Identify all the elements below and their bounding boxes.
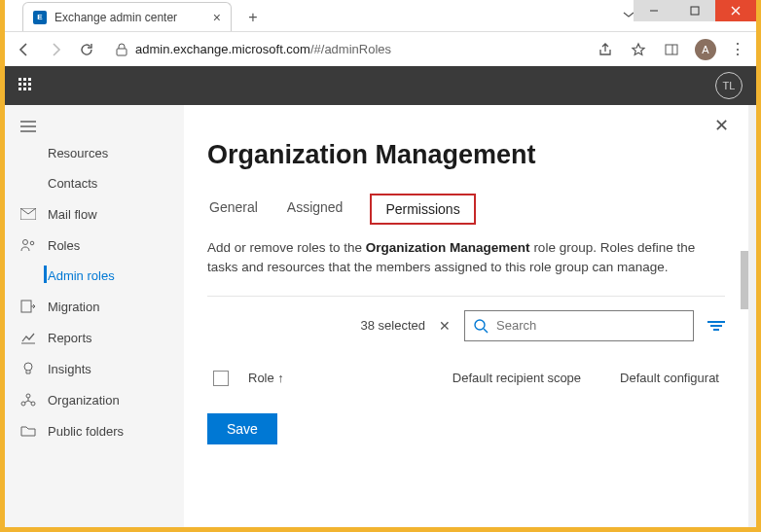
app-header: TL <box>5 66 756 105</box>
share-icon[interactable] <box>596 40 615 59</box>
sidebar-item-reports[interactable]: Reports <box>5 322 184 353</box>
folder-icon <box>20 423 36 439</box>
window-titlebar: E Exchange admin center × + <box>5 0 756 31</box>
minimize-button[interactable] <box>634 0 674 21</box>
migration-icon <box>20 299 36 314</box>
select-all-checkbox[interactable] <box>213 371 229 386</box>
mail-icon <box>20 206 36 222</box>
sidebar-item-roles[interactable]: Roles <box>5 230 184 261</box>
tab-title: Exchange admin center <box>54 11 177 24</box>
sidebar-item-resources[interactable]: Resources <box>5 138 184 168</box>
toolbar: 38 selected ✕ <box>207 310 725 341</box>
tab-assigned[interactable]: Assigned <box>285 194 345 225</box>
sidebar-item-migration[interactable]: Migration <box>5 291 184 322</box>
sidebar-item-contacts[interactable]: Contacts <box>5 168 184 198</box>
close-tab-icon[interactable]: × <box>213 11 221 24</box>
page-title: Organization Management <box>207 140 725 170</box>
svg-line-17 <box>484 329 488 333</box>
address-bar: admin.exchange.microsoft.com/#/adminRole… <box>5 31 756 66</box>
svg-point-9 <box>23 240 28 245</box>
svg-point-12 <box>24 363 32 371</box>
hamburger-icon[interactable] <box>5 115 184 138</box>
bookmark-icon[interactable] <box>629 40 648 59</box>
tab-strip: E Exchange admin center × + <box>5 0 267 31</box>
main-panel: ✕ Organization Management General Assign… <box>184 105 756 527</box>
lock-icon <box>116 43 127 56</box>
tab-general[interactable]: General <box>207 194 260 225</box>
maximize-button[interactable] <box>674 0 715 21</box>
reload-button[interactable] <box>77 40 96 59</box>
reports-icon <box>20 330 36 345</box>
svg-rect-3 <box>666 45 677 54</box>
clear-selection-icon[interactable]: ✕ <box>439 318 451 334</box>
insights-icon <box>20 361 36 376</box>
save-button[interactable]: Save <box>207 413 277 444</box>
svg-point-16 <box>475 320 485 330</box>
url-path: /#/adminRoles <box>310 42 391 56</box>
forward-button[interactable] <box>46 40 65 59</box>
scrollbar[interactable] <box>741 251 748 309</box>
panel-icon[interactable] <box>662 40 681 59</box>
new-tab-button[interactable]: + <box>239 4 267 31</box>
column-recipient-scope[interactable]: Default recipient scope <box>453 371 581 385</box>
user-avatar[interactable]: TL <box>715 72 743 99</box>
roles-icon <box>20 237 36 253</box>
search-box[interactable] <box>464 310 694 341</box>
close-panel-button[interactable]: ✕ <box>714 115 729 136</box>
profile-avatar[interactable]: A <box>695 39 716 60</box>
selection-count: 38 selected <box>361 318 426 333</box>
favicon: E <box>33 11 47 24</box>
search-icon <box>473 318 489 334</box>
close-window-button[interactable] <box>715 0 756 21</box>
tab-permissions[interactable]: Permissions <box>370 194 475 225</box>
sidebar-item-insights[interactable]: Insights <box>5 353 184 384</box>
svg-rect-11 <box>21 301 31 312</box>
url-field[interactable]: admin.exchange.microsoft.com/#/adminRole… <box>108 42 584 56</box>
table-header: Role ↑ Default recipient scope Default c… <box>207 371 725 386</box>
browser-tab[interactable]: E Exchange admin center × <box>22 2 232 31</box>
sidebar-item-organization[interactable]: Organization <box>5 384 184 415</box>
description-text: Add or remove roles to the Organization … <box>207 238 725 278</box>
svg-point-13 <box>26 394 30 398</box>
back-button[interactable] <box>15 40 34 59</box>
sidebar: Resources Contacts Mail flow Roles Admin… <box>5 105 184 527</box>
sidebar-item-mail-flow[interactable]: Mail flow <box>5 198 184 230</box>
sidebar-item-admin-roles[interactable]: Admin roles <box>5 261 184 291</box>
app-launcher-icon[interactable] <box>18 78 34 93</box>
search-input[interactable] <box>496 318 685 333</box>
sidebar-item-public-folders[interactable]: Public folders <box>5 415 184 446</box>
svg-point-10 <box>30 241 34 245</box>
window-controls <box>634 0 756 21</box>
menu-icon[interactable]: ⋮ <box>730 40 746 58</box>
column-role[interactable]: Role ↑ <box>248 371 423 385</box>
organization-icon <box>20 392 36 408</box>
svg-rect-1 <box>691 7 699 15</box>
filter-icon[interactable] <box>707 320 725 332</box>
divider <box>207 296 725 297</box>
url-host: admin.exchange.microsoft.com <box>135 42 310 56</box>
column-config-scope[interactable]: Default configurat <box>620 371 719 385</box>
svg-rect-2 <box>117 49 127 55</box>
tab-bar: General Assigned Permissions <box>207 194 725 225</box>
